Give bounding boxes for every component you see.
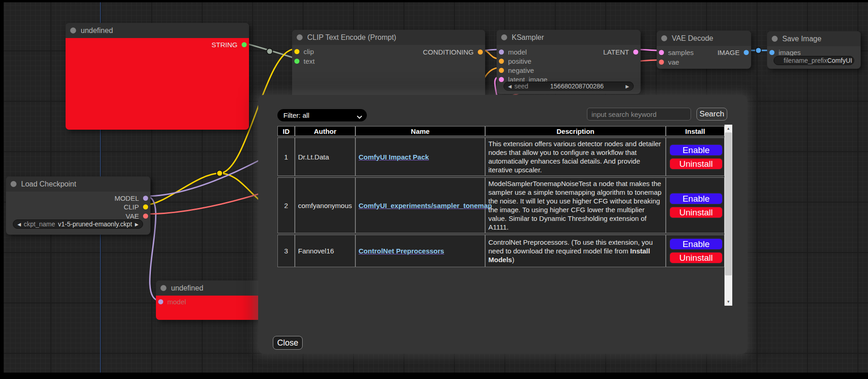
- collapse-dot-icon[interactable]: [297, 34, 303, 40]
- node-title: Save Image: [782, 35, 821, 43]
- cell-install: Enable Uninstall: [666, 137, 724, 176]
- output-slot-conditioning[interactable]: [478, 49, 483, 55]
- column-header-install: Install: [666, 126, 724, 136]
- extension-table-scroll[interactable]: ID Author Name Description Install 1 Dr.…: [277, 125, 724, 306]
- widget-left-arrow-icon[interactable]: ◀: [17, 222, 21, 227]
- cell-author: comfyanonymous: [295, 177, 355, 233]
- node-body: MODEL CLIP VAE ◀ ckpt_name v1-5-pruned-e…: [6, 192, 150, 235]
- input-slot-latent-image[interactable]: [499, 77, 504, 82]
- node-title: Load Checkpoint: [21, 180, 76, 188]
- ckpt-name-widget[interactable]: ◀ ckpt_name v1-5-pruned-emaonly.ckpt ▶: [13, 220, 143, 229]
- input-slot-text[interactable]: [294, 59, 299, 64]
- cell-author: Fannovel16: [295, 235, 355, 267]
- node-vae-decode[interactable]: VAE Decode samples vae IMAGE: [657, 31, 751, 69]
- node-title-bar: undefined: [66, 23, 249, 38]
- output-slot-image[interactable]: [744, 50, 749, 55]
- reroute-dot-image[interactable]: [756, 48, 762, 54]
- input-slot-images[interactable]: [769, 50, 774, 55]
- cell-id: 3: [277, 235, 295, 267]
- cell-name: ComfyUI Impact Pack: [355, 137, 485, 176]
- enable-button[interactable]: Enable: [669, 192, 723, 205]
- cell-description: This extension offers various detector n…: [485, 137, 666, 176]
- node-title: VAE Decode: [672, 34, 713, 43]
- node-title-bar: Load Checkpoint: [6, 176, 150, 192]
- cell-name: ControlNet Preprocessors: [355, 235, 485, 267]
- node-title-bar: KSampler: [497, 30, 641, 45]
- node-clip-text-encode[interactable]: CLIP Text Encode (Prompt) clip text COND…: [292, 30, 485, 99]
- extension-manager-dialog: Filter: all Search ID Author Name Descri…: [258, 95, 747, 354]
- input-slot-negative[interactable]: [499, 68, 504, 73]
- cell-install: Enable Uninstall: [666, 177, 724, 233]
- node-title: undefined: [81, 27, 113, 35]
- uninstall-button[interactable]: Uninstall: [669, 206, 723, 219]
- node-body: model positive negative latent_image LAT…: [497, 45, 641, 94]
- window-edge: [0, 0, 4, 379]
- node-title-bar: VAE Decode: [657, 31, 751, 46]
- output-slot-vae[interactable]: [143, 214, 148, 219]
- collapse-dot-icon[interactable]: [70, 27, 76, 33]
- search-input[interactable]: [587, 108, 691, 121]
- collapse-dot-icon[interactable]: [501, 34, 507, 40]
- scrollbar-thumb[interactable]: [725, 132, 732, 275]
- widget-right-arrow-icon[interactable]: ▶: [625, 84, 629, 89]
- input-slot-model[interactable]: [158, 299, 163, 304]
- filter-select[interactable]: Filter: all: [277, 109, 367, 121]
- uninstall-button[interactable]: Uninstall: [669, 158, 723, 170]
- cell-install: Enable Uninstall: [666, 235, 724, 267]
- filename-prefix-widget[interactable]: filename_prefix ComfyUI: [774, 56, 854, 65]
- enable-button[interactable]: Enable: [669, 238, 723, 250]
- node-save-image[interactable]: Save Image images filename_prefix ComfyU…: [767, 31, 861, 69]
- table-header-row: ID Author Name Description Install: [277, 126, 724, 136]
- node-title: undefined: [171, 284, 203, 292]
- extension-link[interactable]: ComfyUI_experiments/sampler_tonemap: [359, 202, 492, 209]
- extension-row: 3 Fannovel16 ControlNet Preprocessors Co…: [277, 235, 724, 267]
- extension-row: 2 comfyanonymous ComfyUI_experiments/sam…: [277, 177, 724, 233]
- widget-right-arrow-icon[interactable]: ▶: [135, 222, 138, 227]
- widget-left-arrow-icon[interactable]: ◀: [508, 84, 512, 89]
- column-header-author: Author: [295, 126, 355, 136]
- column-header-name: Name: [355, 126, 485, 136]
- collapse-dot-icon[interactable]: [772, 36, 778, 42]
- cell-id: 2: [277, 177, 295, 233]
- column-header-description: Description: [485, 126, 666, 136]
- output-slot-latent[interactable]: [633, 49, 638, 55]
- collapse-dot-icon[interactable]: [160, 285, 166, 291]
- seed-widget[interactable]: ◀ seed 156680208700286 ▶: [503, 82, 634, 91]
- cell-id: 1: [277, 137, 295, 176]
- cell-author: Dr.Lt.Data: [295, 137, 355, 176]
- output-label: STRING: [211, 41, 238, 49]
- node-load-checkpoint[interactable]: Load Checkpoint MODEL CLIP VAE ◀ ckpt_na…: [6, 176, 150, 235]
- node-body: images filename_prefix ComfyUI: [767, 46, 861, 69]
- extension-table: ID Author Name Description Install 1 Dr.…: [277, 125, 724, 269]
- input-slot-clip[interactable]: [294, 49, 299, 54]
- node-title: KSampler: [512, 33, 544, 42]
- column-header-id: ID: [277, 126, 295, 136]
- scrollbar-up-arrow-icon[interactable]: ▲: [724, 125, 732, 132]
- node-ksampler[interactable]: KSampler model positive negative latent_…: [497, 30, 641, 94]
- reroute-dot-clip[interactable]: [217, 170, 223, 176]
- input-slot-model[interactable]: [499, 49, 504, 55]
- extension-row: 1 Dr.Lt.Data ComfyUI Impact Pack This ex…: [277, 137, 724, 176]
- input-slot-vae[interactable]: [659, 60, 664, 65]
- close-button[interactable]: Close: [273, 336, 303, 350]
- node-title-bar: Save Image: [767, 31, 861, 46]
- extension-link[interactable]: ComfyUI Impact Pack: [359, 153, 429, 161]
- window-edge: [0, 373, 868, 379]
- enable-button[interactable]: Enable: [669, 144, 723, 156]
- output-slot-clip[interactable]: [143, 204, 148, 209]
- uninstall-button[interactable]: Uninstall: [669, 252, 723, 264]
- node-undefined-string[interactable]: undefined STRING: [66, 23, 249, 130]
- node-title: CLIP Text Encode (Prompt): [307, 33, 396, 42]
- search-button[interactable]: Search: [697, 108, 727, 121]
- collapse-dot-icon[interactable]: [661, 35, 667, 41]
- input-slot-positive[interactable]: [499, 59, 504, 64]
- node-body: clip text CONDITIONING: [292, 45, 485, 99]
- reroute-dot-string[interactable]: [267, 49, 273, 55]
- output-slot-model[interactable]: [143, 196, 148, 201]
- input-slot-samples[interactable]: [659, 50, 664, 55]
- collapse-dot-icon[interactable]: [11, 181, 17, 187]
- extension-link[interactable]: ControlNet Preprocessors: [359, 247, 444, 255]
- table-scrollbar[interactable]: ▲ ▼: [724, 125, 732, 306]
- output-slot-string[interactable]: [242, 42, 247, 47]
- scrollbar-down-arrow-icon[interactable]: ▼: [724, 298, 732, 306]
